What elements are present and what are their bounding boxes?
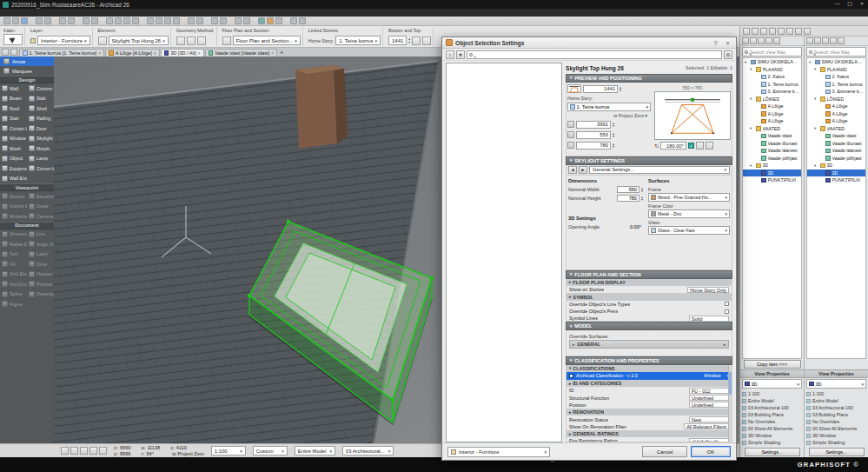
property-row[interactable]: ▸ Position Undefined [567,402,732,409]
layer-lock-icon[interactable] [30,38,36,43]
property-row[interactable]: ▸ Fire Resistance Rating <Undefined> [567,437,732,442]
tab-close-icon[interactable]: × [198,50,201,56]
redo-icon[interactable] [44,17,51,24]
publish-icon[interactable] [290,17,297,24]
story-settings-icon[interactable] [243,17,250,24]
settings-row[interactable]: ▸ Symbol Lines Solid [567,315,732,322]
organizer-icon[interactable] [838,37,845,44]
toolbox-tool[interactable]: Arc/Circle [0,279,27,289]
toolbox-tool[interactable]: Drawing [27,289,54,300]
tab-list-icon[interactable] [10,49,17,56]
general-subpanel-bar[interactable]: ▸GENERAL▸ [569,340,729,349]
anchor-icon[interactable] [412,37,421,45]
toolbox-tool[interactable]: Roof [0,103,27,114]
settings-page-dropdown[interactable]: General Settings...▾ [589,166,730,174]
header-height-field[interactable]: 1441 [583,85,618,93]
settings-gear-icon[interactable]: ⚙ [724,50,732,59]
dimension-stepper[interactable]: ▴▾ [641,196,643,202]
tree-item[interactable]: Vaade põhjast [743,155,801,163]
height-field[interactable]: 780 [576,142,611,150]
toolbox-tool[interactable]: Lamp [27,154,54,164]
home-story-dropdown[interactable]: 1. Teine korrus▾ [335,36,381,45]
toolbox-tool[interactable]: Object [0,154,27,164]
opening-angle-value[interactable]: 0.00° [620,223,643,230]
zoom-dropdown[interactable]: Custom▾ [253,446,288,455]
gravity-icon[interactable] [132,17,139,24]
toolbox-tool[interactable]: Window [0,134,27,144]
toolbox-tool[interactable]: Wall [0,83,27,94]
view-tab[interactable]: 3D [3D / All] × [161,49,204,57]
property-value[interactable]: All Relevant Filters [684,423,729,429]
toolbox-tool[interactable]: Corner-W [27,163,54,174]
expander-icon[interactable]: ▸ [569,432,571,436]
property-value[interactable]: Undefined [689,402,729,408]
toolbox-tool[interactable]: Section [0,191,27,202]
tree-item[interactable]: Vaade põhjast [807,155,865,163]
publisher-icon[interactable] [765,37,772,44]
toolbox-tool[interactable]: Equipmen [0,163,27,174]
expander-icon[interactable]: ▸ [569,295,571,299]
elevation-anchor-icon[interactable] [567,121,574,128]
toolbox-tool[interactable]: Spline [0,289,27,300]
toolbox-section-design[interactable]: Design [0,76,54,83]
help-icon[interactable] [299,17,306,24]
toolbox-tool[interactable]: Door [27,123,54,134]
frame-surface-dropdown[interactable]: Wood - Pine Grained Ho...▾ [648,193,730,202]
panel-header-floor-plan-section[interactable]: ▾FLOOR PLAN AND SECTION [566,270,732,279]
structure-filter-dropdown[interactable]: Entire Model▾ [295,446,335,455]
tab-close-icon[interactable]: × [154,50,156,56]
pan-icon[interactable] [61,447,69,455]
grid-snap-icon[interactable] [106,17,113,24]
dimension-field[interactable]: 780 [617,195,639,202]
classification-value-dropdown[interactable]: Window [704,373,720,378]
toolbox-tool[interactable]: Elevation [27,191,54,202]
tree-item[interactable]: LÕIKED [807,96,865,103]
prev-page-icon[interactable]: ◀ [568,166,577,174]
fillet-icon[interactable] [164,17,171,24]
orbit-icon[interactable] [99,447,107,455]
trim-icon[interactable] [147,17,154,24]
pin-icon[interactable] [795,28,802,35]
property-row[interactable]: ▸ RENOVATION [567,409,732,415]
3d-view-icon[interactable] [258,17,265,24]
toolbox-tool[interactable]: Worksheet [0,211,27,222]
settings-row[interactable]: ▸ Show on Stories Home Story Only [567,286,732,293]
help-icon[interactable]: ? [711,40,720,46]
panel-header-skylight-settings[interactable]: ▾SKYLIGHT SETTINGS [566,156,732,165]
cancel-button[interactable]: Cancel [642,446,687,457]
guide-lines-icon[interactable] [115,17,122,24]
fit-in-window-icon[interactable] [89,447,97,455]
mirror-button[interactable] [696,142,704,150]
tree-item[interactable]: 0. Esimene korrus [743,88,801,96]
tree-item[interactable]: A Lõige [743,103,801,110]
tree-item[interactable]: A Lõige [807,117,865,125]
scrollbar[interactable] [728,365,732,442]
maximize-button[interactable]: ▢ [844,0,856,9]
toolbox-tool[interactable]: Zone [27,259,54,269]
tree-item[interactable]: 2. Katus [807,73,865,81]
dialog-close-icon[interactable]: × [723,40,732,46]
layout-book-icon[interactable] [769,28,776,35]
floor-plan-display-icon[interactable] [222,37,231,45]
width-field[interactable]: 550 [576,131,611,139]
view-map-search[interactable]: Search View Map [742,47,802,57]
property-row[interactable]: ▸ ID FU - 012 [567,387,732,394]
property-value[interactable]: <Undefined> [689,438,729,442]
sill-height-stepper[interactable]: ▴▾ [408,37,410,43]
settings-row[interactable]: ▸ SYMBOL [567,293,732,300]
toolbox-tool[interactable]: Morph [27,143,54,154]
scale-dropdown[interactable]: 1:100▾ [211,446,246,455]
tree-item[interactable]: LÕIKED [743,96,801,103]
split-icon[interactable] [156,17,162,24]
tree-item[interactable]: SIMU ÜKSIKELAMU EHITU [743,58,801,66]
tree-item[interactable]: PUNKTIPILVI [743,176,801,184]
project-map-icon[interactable] [752,28,759,35]
property-value[interactable]: Undefined [689,395,729,401]
toolbox-tool[interactable]: Beam [0,94,27,104]
settings-value[interactable]: Home Story Only [687,287,729,293]
tree-item[interactable]: A Lõige [807,103,865,110]
panel-header-model[interactable]: ▾MODEL [566,322,732,330]
tree-item[interactable]: VAATED [743,125,801,133]
expander-icon[interactable] [814,163,818,168]
tree-item[interactable]: 0. Esimene korrus [807,88,865,96]
